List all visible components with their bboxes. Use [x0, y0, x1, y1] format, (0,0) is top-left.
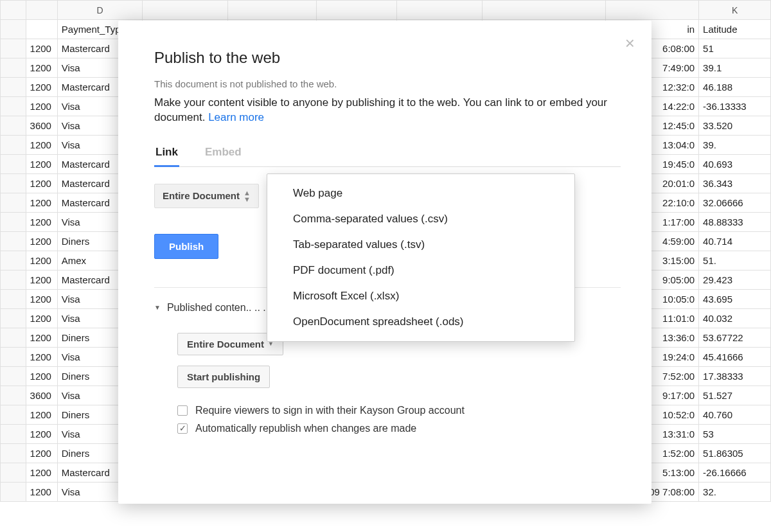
column-letter-row: D K: [1, 1, 771, 20]
caret-down-icon: ▼: [154, 304, 161, 311]
require-signin-label: Require viewers to sign in with their Ka…: [195, 405, 465, 416]
publish-tabs: Link Embed: [154, 142, 621, 167]
checkbox-unchecked-icon[interactable]: [177, 405, 188, 416]
format-option[interactable]: PDF document (.pdf): [267, 258, 574, 283]
format-option[interactable]: Web page: [267, 181, 574, 206]
format-dropdown-menu: Web pageComma-separated values (.csv)Tab…: [267, 173, 575, 342]
sort-arrows-icon: ▲▼: [244, 190, 251, 202]
dialog-title: Publish to the web: [154, 49, 621, 67]
close-icon[interactable]: ×: [625, 35, 635, 51]
format-option[interactable]: OpenDocument spreadsheet (.ods): [267, 309, 574, 335]
format-option[interactable]: Tab-separated values (.tsv): [267, 232, 574, 258]
format-option[interactable]: Comma-separated values (.csv): [267, 206, 574, 232]
format-option[interactable]: Microsoft Excel (.xlsx): [267, 283, 574, 309]
col-header-D[interactable]: D: [57, 1, 143, 20]
publish-status: This document is not published to the we…: [154, 78, 621, 89]
scope-dropdown-button[interactable]: Entire Document ▲▼: [154, 184, 259, 208]
publish-button[interactable]: Publish: [154, 234, 218, 259]
published-settings-panel: Entire Document ▼ Start publishing Requi…: [154, 333, 621, 434]
auto-republish-row[interactable]: Automatically republish when changes are…: [177, 423, 621, 434]
checkbox-checked-icon[interactable]: [177, 423, 188, 434]
scope-label: Entire Document: [163, 190, 240, 201]
tab-embed[interactable]: Embed: [204, 142, 243, 166]
start-publishing-button[interactable]: Start publishing: [177, 366, 270, 388]
require-signin-row[interactable]: Require viewers to sign in with their Ka…: [177, 405, 621, 416]
dialog-description: Make your content visible to anyone by p…: [154, 96, 621, 125]
auto-republish-label: Automatically republish when changes are…: [195, 423, 416, 434]
learn-more-link[interactable]: Learn more: [208, 111, 264, 123]
col-header-K[interactable]: K: [699, 1, 771, 20]
tab-link[interactable]: Link: [154, 142, 179, 166]
